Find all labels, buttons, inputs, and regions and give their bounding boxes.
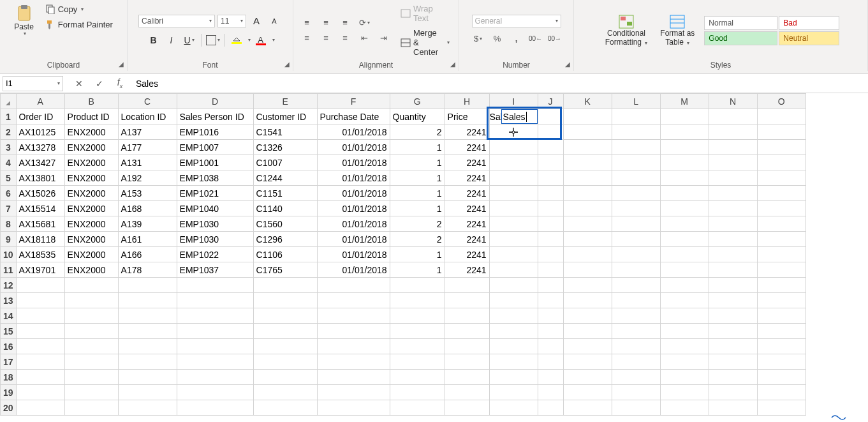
cell-C11[interactable]: A178 xyxy=(118,262,177,278)
cell-F16[interactable] xyxy=(317,339,390,354)
column-header-N[interactable]: N xyxy=(709,94,757,109)
cell-G6[interactable]: 1 xyxy=(390,186,445,201)
cell-F3[interactable]: 01/01/2018 xyxy=(317,140,390,155)
active-cell-editor[interactable]: Sales xyxy=(501,109,538,124)
cell-A9[interactable]: AX18118 xyxy=(16,232,64,247)
cell-M6[interactable] xyxy=(660,186,709,201)
cell-D20[interactable] xyxy=(177,400,253,416)
cell-K4[interactable] xyxy=(563,155,612,170)
align-middle-button[interactable]: ≡ xyxy=(318,15,334,31)
cell-H16[interactable] xyxy=(445,339,489,354)
cell-D17[interactable] xyxy=(177,354,253,370)
column-header-J[interactable]: J xyxy=(538,94,563,109)
cell-A8[interactable]: AX15681 xyxy=(16,216,64,232)
clipboard-dialog-launcher[interactable]: ◢ xyxy=(117,59,126,68)
cell-B14[interactable] xyxy=(64,308,118,324)
cell-D5[interactable]: EMP1038 xyxy=(177,170,253,186)
decrease-font-button[interactable]: A xyxy=(267,13,282,29)
cell-G13[interactable] xyxy=(390,293,445,308)
cell-A13[interactable] xyxy=(16,293,64,308)
cell-I1[interactable]: SalesSales xyxy=(489,109,538,124)
cell-J11[interactable] xyxy=(538,262,563,278)
cell-H17[interactable] xyxy=(445,354,489,370)
cell-M16[interactable] xyxy=(660,339,709,354)
cell-A6[interactable]: AX15026 xyxy=(16,186,64,201)
cell-A18[interactable] xyxy=(16,370,64,385)
cell-J20[interactable] xyxy=(538,400,563,416)
cell-G18[interactable] xyxy=(390,370,445,385)
cell-K1[interactable] xyxy=(563,109,612,124)
row-header[interactable]: 17 xyxy=(1,354,17,370)
cell-K20[interactable] xyxy=(563,400,612,416)
row-header[interactable]: 5 xyxy=(1,170,17,186)
cell-I9[interactable] xyxy=(489,232,538,247)
cell-M5[interactable] xyxy=(660,170,709,186)
cell-D13[interactable] xyxy=(177,293,253,308)
cell-J17[interactable] xyxy=(538,354,563,370)
cell-H6[interactable]: 2241 xyxy=(445,186,489,201)
cell-I16[interactable] xyxy=(489,339,538,354)
cell-E8[interactable]: C1560 xyxy=(253,216,317,232)
cell-O18[interactable] xyxy=(757,370,805,385)
cell-F18[interactable] xyxy=(317,370,390,385)
cell-O9[interactable] xyxy=(757,232,805,247)
cell-H1[interactable]: Price xyxy=(445,109,489,124)
row-header[interactable]: 13 xyxy=(1,293,17,308)
column-header-B[interactable]: B xyxy=(64,94,118,109)
cell-L9[interactable] xyxy=(612,232,660,247)
cell-H2[interactable]: 2241 xyxy=(445,124,489,140)
number-format-select[interactable]: General▾ xyxy=(472,15,561,27)
cell-L16[interactable] xyxy=(612,339,660,354)
cell-B4[interactable]: ENX2000 xyxy=(64,155,118,170)
cell-B20[interactable] xyxy=(64,400,118,416)
cell-J15[interactable] xyxy=(538,324,563,339)
cell-L12[interactable] xyxy=(612,278,660,293)
cell-E14[interactable] xyxy=(253,308,317,324)
cell-F8[interactable]: 01/01/2018 xyxy=(317,216,390,232)
font-dialog-launcher[interactable]: ◢ xyxy=(283,59,291,68)
cell-G16[interactable] xyxy=(390,339,445,354)
cell-N14[interactable] xyxy=(709,308,757,324)
cell-H18[interactable] xyxy=(445,370,489,385)
cell-O19[interactable] xyxy=(757,385,805,400)
cell-O16[interactable] xyxy=(757,339,805,354)
cell-D1[interactable]: Sales Person ID xyxy=(177,109,253,124)
cell-B12[interactable] xyxy=(64,278,118,293)
column-header-L[interactable]: L xyxy=(612,94,660,109)
cell-J7[interactable] xyxy=(538,201,563,216)
cell-I20[interactable] xyxy=(489,400,538,416)
cell-D2[interactable]: EMP1016 xyxy=(177,124,253,140)
cell-M1[interactable] xyxy=(660,109,709,124)
cell-H3[interactable]: 2241 xyxy=(445,140,489,155)
cell-N7[interactable] xyxy=(709,201,757,216)
cell-K17[interactable] xyxy=(563,354,612,370)
cell-H8[interactable]: 2241 xyxy=(445,216,489,232)
bold-button[interactable]: B xyxy=(146,33,161,48)
fill-color-button[interactable] xyxy=(229,33,244,48)
cell-G3[interactable]: 1 xyxy=(390,140,445,155)
cell-L15[interactable] xyxy=(612,324,660,339)
style-normal[interactable]: Normal xyxy=(704,16,777,30)
cell-O11[interactable] xyxy=(757,262,805,278)
align-right-button[interactable]: ≡ xyxy=(337,31,353,46)
cell-G10[interactable]: 1 xyxy=(390,247,445,262)
cell-N20[interactable] xyxy=(709,400,757,416)
column-header-M[interactable]: M xyxy=(660,94,709,109)
borders-button[interactable]: ▾ xyxy=(205,33,221,48)
cell-C1[interactable]: Location ID xyxy=(118,109,177,124)
cell-M11[interactable] xyxy=(660,262,709,278)
cell-J2[interactable] xyxy=(538,124,563,140)
cell-D11[interactable]: EMP1037 xyxy=(177,262,253,278)
cell-I15[interactable] xyxy=(489,324,538,339)
cell-G4[interactable]: 1 xyxy=(390,155,445,170)
cell-K15[interactable] xyxy=(563,324,612,339)
cell-I13[interactable] xyxy=(489,293,538,308)
cell-M18[interactable] xyxy=(660,370,709,385)
cell-L10[interactable] xyxy=(612,247,660,262)
cell-J12[interactable] xyxy=(538,278,563,293)
cell-M13[interactable] xyxy=(660,293,709,308)
column-header-O[interactable]: O xyxy=(757,94,805,109)
cell-I4[interactable] xyxy=(489,155,538,170)
format-as-table-button[interactable]: Format as Table ▾ xyxy=(656,13,698,47)
cell-M3[interactable] xyxy=(660,140,709,155)
